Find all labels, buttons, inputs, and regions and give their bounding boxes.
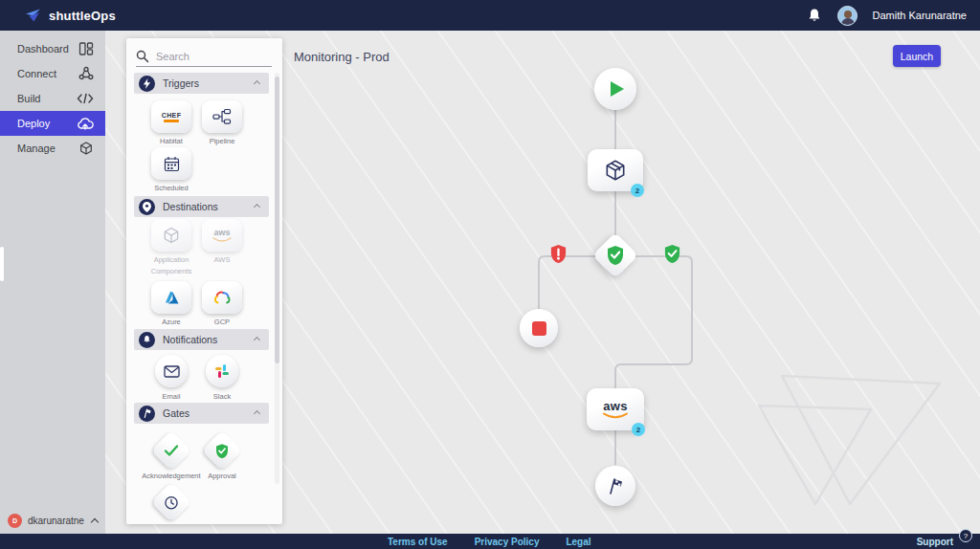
sidebar-item-dashboard[interactable]: Dashboard (0, 36, 105, 61)
sidebar-user-name: dkarunaratne (28, 516, 84, 526)
logo: shuttleOps (25, 8, 116, 23)
email-icon (164, 365, 180, 378)
aws-icon: aws (212, 228, 233, 243)
sidebar: Dashboard Connect Build Deploy Manage D … (0, 31, 105, 534)
palette-scrollbar[interactable] (275, 73, 279, 484)
shield-success-icon (663, 243, 681, 265)
palette-scrollbar-thumb[interactable] (275, 77, 279, 363)
gcp-icon (212, 290, 232, 305)
search-icon (136, 50, 149, 63)
sidebar-item-manage[interactable]: Manage (0, 136, 105, 161)
manage-icon (78, 141, 94, 156)
pipeline-icon (212, 108, 232, 125)
avatar-head (844, 11, 852, 18)
shuttleops-logo-icon (25, 8, 42, 23)
section-header-destinations[interactable]: Destinations (134, 196, 269, 217)
palette-item-label: AWS (190, 254, 254, 266)
chevron-up-icon (254, 203, 260, 209)
user-initial-avatar: D (8, 514, 22, 528)
package-icon (603, 158, 628, 183)
finish-flag-icon (606, 476, 625, 495)
start-node[interactable] (594, 68, 636, 110)
dashboard-icon (78, 41, 94, 56)
palette-item-label: Approval (190, 471, 254, 482)
stop-icon (532, 321, 546, 336)
sidebar-item-deploy[interactable]: Deploy (0, 111, 105, 136)
app-components-icon (162, 226, 181, 245)
help-icon[interactable]: ? (959, 529, 972, 542)
destinations-pin-icon (143, 202, 151, 212)
palette-item-azure[interactable] (151, 281, 191, 314)
gates-flag-icon (143, 408, 151, 418)
footer-link-terms[interactable]: Terms of Use (388, 537, 448, 547)
sidebar-user-menu[interactable]: D dkarunaratne (0, 511, 105, 530)
triggers-lightning-icon (143, 78, 151, 89)
finish-node[interactable] (595, 466, 635, 506)
component-palette: Triggers CHEF Habitat Pipeline Scheduled… (126, 38, 282, 524)
calendar-icon (164, 156, 180, 172)
acknowledgement-check-icon (164, 444, 179, 457)
package-badge: 2 (631, 184, 644, 197)
habitat-chef-icon: CHEF (162, 112, 182, 122)
play-icon (611, 81, 624, 97)
build-icon (77, 92, 94, 105)
chevron-up-icon (254, 79, 260, 86)
user-avatar[interactable] (837, 6, 858, 26)
slack-icon (214, 363, 230, 379)
palette-item-acknowledgement[interactable] (151, 430, 191, 471)
palette-item-timed-gate[interactable] (151, 482, 191, 522)
palette-item-habitat[interactable]: CHEF (151, 100, 191, 133)
azure-icon (164, 291, 180, 304)
user-name[interactable]: Damith Karunaratne (873, 10, 967, 21)
sidebar-scroll-indicator[interactable] (0, 247, 4, 281)
chevron-up-icon (254, 409, 260, 416)
palette-item-scheduled[interactable] (151, 147, 191, 180)
palette-item-label: Scheduled (140, 183, 203, 194)
aws-logo: aws (601, 400, 630, 420)
section-header-gates[interactable]: Gates (134, 403, 269, 424)
palette-item-pipeline[interactable] (202, 100, 242, 133)
deploy-icon (77, 117, 94, 131)
shield-error-icon (549, 243, 568, 265)
bell-icon[interactable] (807, 8, 822, 24)
approval-shield-icon (215, 443, 230, 459)
palette-item-application-components[interactable] (151, 219, 191, 252)
section-header-notifications[interactable]: Notifications (134, 329, 269, 350)
chevron-up-icon (91, 517, 99, 525)
palette-item-slack[interactable] (206, 355, 238, 387)
palette-item-approval[interactable] (202, 430, 242, 471)
sidebar-item-build[interactable]: Build (0, 86, 105, 111)
notifications-bell-icon (143, 335, 151, 344)
connect-icon (78, 66, 94, 81)
palette-item-label: GCP (190, 317, 254, 328)
footer-bar: Terms of Use Privacy Policy Legal Suppor… (0, 534, 980, 549)
search-row (136, 46, 272, 67)
palette-item-label: Slack (190, 391, 254, 403)
logo-text: shuttleOps (49, 9, 116, 23)
sidebar-item-connect[interactable]: Connect (0, 61, 105, 86)
app-root: Monitoring - Prod Launch (0, 0, 980, 549)
shield-check-icon (606, 245, 625, 266)
aws-badge: 2 (632, 423, 645, 436)
footer-support-link[interactable]: Support (917, 534, 953, 549)
palette-item-gcp[interactable] (202, 281, 242, 314)
palette-item-label: Pipeline (190, 136, 254, 147)
topbar: shuttleOps Damith Karunaratne (0, 0, 980, 31)
section-header-triggers[interactable]: Triggers (134, 73, 269, 94)
timed-gate-clock-icon (165, 495, 179, 510)
palette-item-email[interactable] (155, 355, 188, 387)
search-input[interactable] (156, 51, 261, 62)
avatar-body (841, 18, 855, 26)
palette-item-aws[interactable]: aws (202, 219, 242, 252)
chevron-up-icon (254, 336, 260, 342)
stop-node[interactable] (520, 309, 558, 347)
footer-link-legal[interactable]: Legal (566, 537, 590, 547)
footer-link-privacy[interactable]: Privacy Policy (475, 537, 540, 547)
